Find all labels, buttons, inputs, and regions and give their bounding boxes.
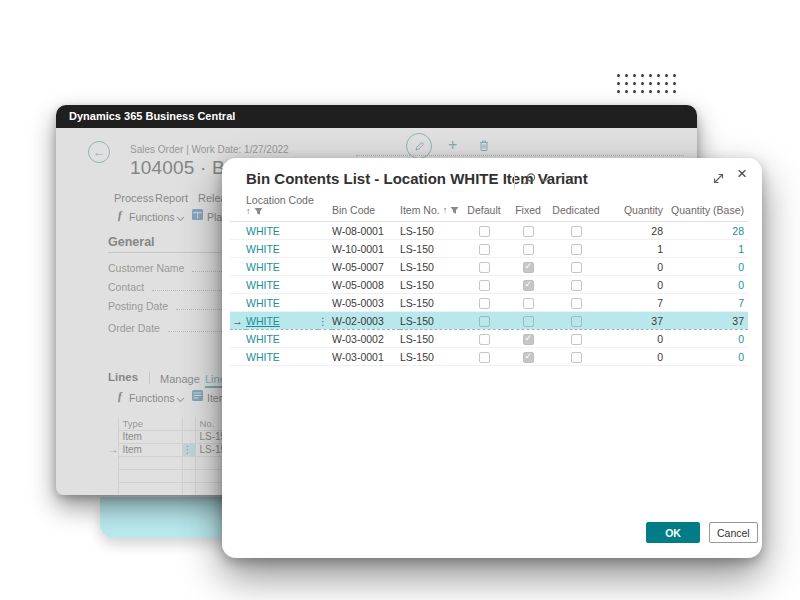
table-row[interactable]: → WHITE ⋮ W-05-0007 LS-150 0 0 bbox=[230, 258, 748, 276]
dedicated-checkbox[interactable] bbox=[571, 316, 582, 327]
dot bbox=[625, 82, 628, 85]
item-no-cell: LS-150 bbox=[400, 330, 462, 348]
column-header-fixed[interactable]: Fixed bbox=[506, 194, 550, 222]
location-code-link[interactable]: WHITE bbox=[246, 279, 280, 291]
more-options-button[interactable]: ··· bbox=[559, 168, 577, 183]
location-code-link[interactable]: WHITE bbox=[246, 351, 280, 363]
default-checkbox[interactable] bbox=[479, 280, 490, 291]
default-checkbox[interactable] bbox=[479, 334, 490, 345]
dedicated-checkbox[interactable] bbox=[571, 244, 582, 255]
dedicated-checkbox[interactable] bbox=[571, 226, 582, 237]
table-row[interactable]: → WHITE ⋮ W-05-0003 LS-150 7 7 bbox=[230, 294, 748, 312]
quantity-base-link[interactable]: 7 bbox=[738, 297, 744, 309]
column-header-quantity-base[interactable]: Quantity (Base) bbox=[668, 194, 748, 222]
expand-icon[interactable] bbox=[712, 172, 725, 188]
column-header-dedicated[interactable]: Dedicated bbox=[550, 194, 602, 222]
dedicated-checkbox[interactable] bbox=[571, 280, 582, 291]
location-code-link[interactable]: WHITE bbox=[246, 225, 280, 237]
dots-decoration bbox=[617, 74, 676, 93]
dot bbox=[617, 82, 620, 85]
default-checkbox[interactable] bbox=[479, 226, 490, 237]
dot bbox=[657, 74, 660, 77]
header-row: Location Code ↑ Bin Code Item No. ↑ bbox=[230, 194, 748, 222]
default-checkbox[interactable] bbox=[479, 298, 490, 309]
location-code-link[interactable]: WHITE bbox=[246, 243, 280, 255]
dot bbox=[665, 74, 668, 77]
column-header-location-code[interactable]: Location Code ↑ bbox=[246, 194, 318, 222]
fixed-checkbox[interactable] bbox=[523, 244, 534, 255]
fixed-checkbox[interactable] bbox=[523, 298, 534, 309]
dedicated-checkbox[interactable] bbox=[571, 298, 582, 309]
dot bbox=[665, 82, 668, 85]
dot bbox=[657, 82, 660, 85]
fixed-checkbox[interactable] bbox=[523, 316, 534, 327]
column-header-default[interactable]: Default bbox=[462, 194, 506, 222]
dot bbox=[625, 90, 628, 93]
fixed-checkbox[interactable] bbox=[523, 334, 534, 345]
quantity-cell: 0 bbox=[602, 348, 668, 366]
default-checkbox[interactable] bbox=[479, 244, 490, 255]
dedicated-checkbox[interactable] bbox=[571, 334, 582, 345]
filter-icon bbox=[450, 206, 459, 215]
item-no-cell: LS-150 bbox=[400, 294, 462, 312]
quantity-cell: 0 bbox=[602, 276, 668, 294]
dot bbox=[649, 90, 652, 93]
bin-code-cell: W-03-0002 bbox=[332, 330, 400, 348]
sort-ascending-icon: ↑ bbox=[443, 206, 448, 215]
table-row[interactable]: → WHITE ⋮ W-03-0001 LS-150 0 0 bbox=[230, 348, 748, 366]
dedicated-checkbox[interactable] bbox=[571, 352, 582, 363]
quantity-base-link[interactable]: 1 bbox=[738, 243, 744, 255]
column-header-bin-code[interactable]: Bin Code bbox=[332, 194, 400, 222]
dot bbox=[657, 90, 660, 93]
dot bbox=[625, 74, 628, 77]
dot bbox=[649, 74, 652, 77]
quantity-base-link[interactable]: 28 bbox=[732, 225, 744, 237]
fixed-checkbox[interactable] bbox=[523, 262, 534, 273]
quantity-cell: 28 bbox=[602, 222, 668, 240]
default-checkbox[interactable] bbox=[479, 352, 490, 363]
item-no-cell: LS-150 bbox=[400, 348, 462, 366]
quantity-base-link[interactable]: 0 bbox=[738, 351, 744, 363]
cancel-button[interactable]: Cancel bbox=[709, 522, 758, 543]
dot bbox=[673, 90, 676, 93]
table-row[interactable]: → WHITE ⋮ W-08-0001 LS-150 28 28 bbox=[230, 222, 748, 240]
quantity-base-link[interactable]: 37 bbox=[732, 315, 744, 327]
quantity-cell: 0 bbox=[602, 258, 668, 276]
fixed-checkbox[interactable] bbox=[523, 352, 534, 363]
ok-button[interactable]: OK bbox=[646, 522, 700, 543]
dot bbox=[641, 82, 644, 85]
table-row[interactable]: → WHITE ⋮ W-03-0002 LS-150 0 0 bbox=[230, 330, 748, 348]
bin-code-cell: W-10-0001 bbox=[332, 240, 400, 258]
quantity-cell: 7 bbox=[602, 294, 668, 312]
quantity-base-link[interactable]: 0 bbox=[738, 333, 744, 345]
close-icon[interactable]: × bbox=[737, 165, 747, 182]
quantity-base-link[interactable]: 0 bbox=[738, 279, 744, 291]
dot bbox=[641, 90, 644, 93]
table-row[interactable]: → WHITE ⋮ W-10-0001 LS-150 1 1 bbox=[230, 240, 748, 258]
quantity-base-link[interactable]: 0 bbox=[738, 261, 744, 273]
fixed-checkbox[interactable] bbox=[523, 226, 534, 237]
location-code-link[interactable]: WHITE bbox=[246, 315, 280, 327]
default-checkbox[interactable] bbox=[479, 262, 490, 273]
quantity-cell: 37 bbox=[602, 312, 668, 330]
search-button[interactable] bbox=[522, 172, 549, 187]
table-row[interactable]: → WHITE ⋮ W-05-0008 LS-150 0 0 bbox=[230, 276, 748, 294]
app-title: Dynamics 365 Business Central bbox=[69, 110, 235, 122]
location-code-link[interactable]: WHITE bbox=[246, 297, 280, 309]
dedicated-checkbox[interactable] bbox=[571, 262, 582, 273]
row-menu-icon[interactable]: ⋮ bbox=[318, 316, 328, 327]
fixed-checkbox[interactable] bbox=[523, 280, 534, 291]
table-row[interactable]: → WHITE ⋮ W-02-0003 LS-150 37 37 bbox=[230, 312, 748, 330]
item-no-cell: LS-150 bbox=[400, 258, 462, 276]
location-code-link[interactable]: WHITE bbox=[246, 333, 280, 345]
default-checkbox[interactable] bbox=[479, 316, 490, 327]
dot bbox=[673, 74, 676, 77]
dot bbox=[617, 90, 620, 93]
bin-code-cell: W-05-0003 bbox=[332, 294, 400, 312]
column-header-item-no[interactable]: Item No. ↑ bbox=[400, 194, 462, 222]
bin-code-cell: W-08-0001 bbox=[332, 222, 400, 240]
chevron-down-icon bbox=[540, 177, 549, 183]
column-header-quantity[interactable]: Quantity bbox=[602, 194, 668, 222]
location-code-link[interactable]: WHITE bbox=[246, 261, 280, 273]
app-titlebar: Dynamics 365 Business Central bbox=[56, 105, 697, 128]
